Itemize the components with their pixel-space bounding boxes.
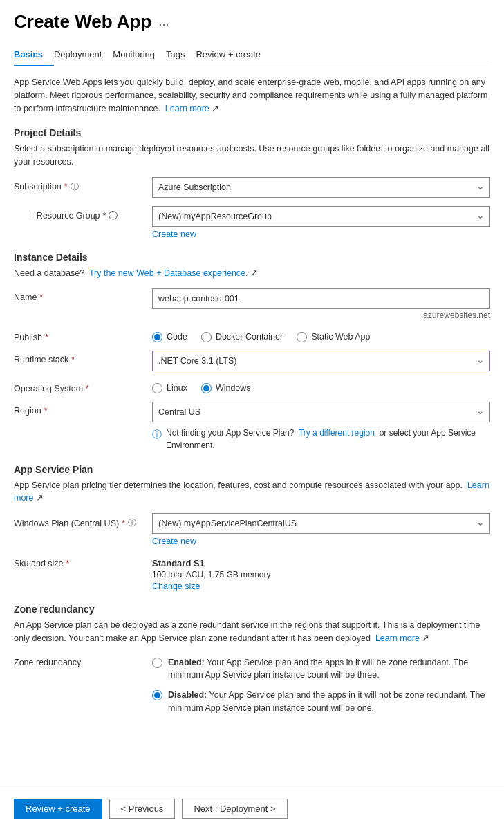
windows-plan-dropdown[interactable]: (New) myAppServicePlanCentralUS <box>152 513 490 534</box>
app-name-label: Name * <box>14 288 145 302</box>
resource-group-control: (New) myAppResourceGroup Create new <box>152 206 490 239</box>
publish-static-option[interactable]: Static Web App <box>297 332 370 342</box>
zone-enabled-label: Enabled: Your App Service plan and the a… <box>168 656 490 682</box>
resource-group-label: Resource Group <box>37 211 100 221</box>
tab-bar: Basics Deployment Monitoring Tags Review… <box>14 44 490 66</box>
tab-monitoring[interactable]: Monitoring <box>113 44 166 66</box>
publish-docker-radio[interactable] <box>201 332 212 342</box>
sku-details: 100 total ACU, 1.75 GB memory <box>152 570 490 579</box>
tab-basics[interactable]: Basics <box>14 44 54 66</box>
next-button[interactable]: Next : Deployment > <box>182 799 287 819</box>
zone-disabled-option[interactable]: Disabled: Your App Service plan and the … <box>152 689 490 715</box>
windows-plan-row: Windows Plan (Central US) * ⓘ (New) myAp… <box>14 513 490 546</box>
publish-code-label: Code <box>167 332 187 342</box>
db-experience-link[interactable]: Try the new Web + Database experience. <box>89 268 248 278</box>
resource-group-row: └ Resource Group * ⓘ (New) myAppResource… <box>14 206 490 239</box>
zone-redundancy-desc: An App Service plan can be deployed as a… <box>14 619 490 645</box>
instance-details-desc: Need a database? Try the new Web + Datab… <box>14 267 490 280</box>
zone-disabled-label: Disabled: Your App Service plan and the … <box>168 689 490 715</box>
resource-group-info-icon[interactable]: ⓘ <box>109 210 118 222</box>
subscription-dropdown-wrap: Azure Subscription <box>152 177 490 198</box>
publish-row: Publish * Code Docker Container Static <box>14 328 490 342</box>
sku-name: Standard S1 <box>152 558 490 568</box>
tab-review-create[interactable]: Review + create <box>196 44 272 66</box>
region-dropdown[interactable]: Central US <box>152 402 490 422</box>
runtime-control: .NET Core 3.1 (LTS) <box>152 351 490 371</box>
sku-change-size-link[interactable]: Change size <box>152 582 200 591</box>
runtime-dropdown[interactable]: .NET Core 3.1 (LTS) <box>152 351 490 371</box>
os-linux-label: Linux <box>167 383 187 393</box>
publish-label: Publish * <box>14 328 145 342</box>
publish-control: Code Docker Container Static Web App <box>152 328 490 342</box>
app-name-row: Name * .azurewebsites.net <box>14 288 490 320</box>
windows-plan-create-new-link[interactable]: Create new <box>152 537 196 546</box>
region-different-link[interactable]: Try a different region <box>299 428 375 438</box>
os-label: Operating System * <box>14 380 145 393</box>
project-details-header: Project Details <box>14 127 490 138</box>
tab-tags[interactable]: Tags <box>166 44 196 66</box>
runtime-row: Runtime stack * .NET Core 3.1 (LTS) <box>14 351 490 371</box>
tab-deployment[interactable]: Deployment <box>54 44 113 66</box>
os-windows-radio[interactable] <box>201 383 212 393</box>
instance-details-header: Instance Details <box>14 252 490 263</box>
learn-more-link[interactable]: Learn more <box>165 104 209 113</box>
publish-static-label: Static Web App <box>311 332 370 342</box>
sku-row: Sku and size * Standard S1 100 total ACU… <box>14 555 490 591</box>
zone-disabled-radio[interactable] <box>152 690 162 700</box>
page-title: Create Web App <box>14 11 151 32</box>
resource-group-dropdown[interactable]: (New) myAppResourceGroup <box>152 206 490 227</box>
review-create-button[interactable]: Review + create <box>14 799 102 819</box>
zone-redundancy-control: Enabled: Your App Service plan and the a… <box>152 653 490 715</box>
windows-plan-info-icon[interactable]: ⓘ <box>128 517 136 529</box>
zone-redundancy-row: Zone redundancy Enabled: Your App Servic… <box>14 653 490 715</box>
os-windows-option[interactable]: Windows <box>201 383 251 393</box>
resource-group-create-new-link[interactable]: Create new <box>152 230 196 239</box>
app-name-input[interactable] <box>152 288 490 309</box>
subscription-row: Subscription * ⓘ Azure Subscription <box>14 177 490 198</box>
os-linux-option[interactable]: Linux <box>152 383 187 393</box>
page-description: App Service Web Apps lets you quickly bu… <box>14 76 490 115</box>
zone-redundancy-header: Zone redundancy <box>14 604 490 615</box>
runtime-label: Runtime stack * <box>14 351 145 364</box>
region-info-box: ⓘ Not finding your App Service Plan? Try… <box>152 427 490 452</box>
zone-redundancy-label: Zone redundancy <box>14 653 145 667</box>
os-row: Operating System * Linux Windows <box>14 380 490 393</box>
windows-plan-label: Windows Plan (Central US) * ⓘ <box>14 513 145 529</box>
subscription-info-icon[interactable]: ⓘ <box>71 181 79 193</box>
subscription-dropdown[interactable]: Azure Subscription <box>152 177 490 198</box>
app-service-plan-header: App Service Plan <box>14 464 490 475</box>
publish-static-radio[interactable] <box>297 332 307 342</box>
project-details-desc: Select a subscription to manage deployed… <box>14 142 490 169</box>
sku-label: Sku and size * <box>14 555 145 568</box>
sku-control: Standard S1 100 total ACU, 1.75 GB memor… <box>152 555 490 591</box>
previous-button[interactable]: < Previous <box>109 799 176 819</box>
region-info-icon: ⓘ <box>152 427 162 442</box>
region-row: Region * Central US ⓘ Not finding your A… <box>14 402 490 452</box>
zone-enabled-option[interactable]: Enabled: Your App Service plan and the a… <box>152 656 490 682</box>
publish-code-option[interactable]: Code <box>152 332 187 342</box>
publish-code-radio[interactable] <box>152 332 162 342</box>
os-control: Linux Windows <box>152 380 490 393</box>
publish-docker-option[interactable]: Docker Container <box>201 332 283 342</box>
app-service-plan-desc: App Service plan pricing tier determines… <box>14 479 490 505</box>
region-control: Central US ⓘ Not finding your App Servic… <box>152 402 490 452</box>
publish-docker-label: Docker Container <box>216 332 283 342</box>
ellipsis-menu-icon[interactable]: ... <box>158 15 169 29</box>
zone-learn-more-link[interactable]: Learn more <box>375 633 420 643</box>
zone-enabled-radio[interactable] <box>152 658 162 668</box>
footer-bar: Review + create < Previous Next : Deploy… <box>0 790 504 827</box>
subscription-label: Subscription * ⓘ <box>14 177 145 193</box>
region-label: Region * <box>14 402 145 416</box>
windows-plan-control: (New) myAppServicePlanCentralUS Create n… <box>152 513 490 546</box>
os-windows-label: Windows <box>216 383 251 393</box>
app-name-control: .azurewebsites.net <box>152 288 490 320</box>
os-linux-radio[interactable] <box>152 383 162 393</box>
app-name-suffix: .azurewebsites.net <box>152 310 490 320</box>
